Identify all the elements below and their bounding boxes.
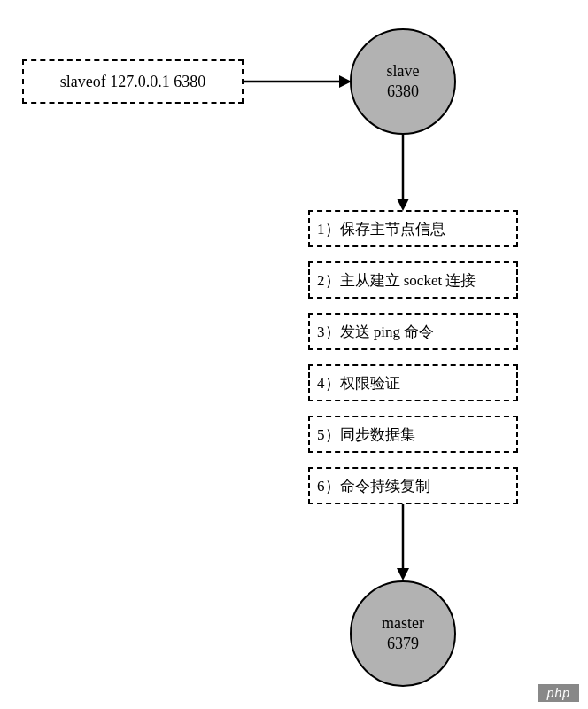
step-text-2: 主从建立 socket 连接 — [340, 270, 476, 291]
arrow-command-to-slave — [244, 71, 354, 97]
step-text-4: 权限验证 — [340, 373, 400, 393]
step-box-2: 2） 主从建立 socket 连接 — [308, 261, 518, 299]
step-num-3: 3） — [317, 322, 340, 342]
step-text-5: 同步数据集 — [340, 425, 415, 445]
step-box-3: 3） 发送 ping 命令 — [308, 313, 518, 350]
svg-marker-3 — [397, 199, 409, 211]
master-node: master 6379 — [350, 580, 456, 687]
slave-port: 6380 — [387, 82, 419, 102]
command-text: slaveof 127.0.0.1 6380 — [60, 73, 205, 91]
step-text-3: 发送 ping 命令 — [340, 322, 435, 342]
command-box: slaveof 127.0.0.1 6380 — [22, 59, 244, 104]
step-num-1: 1） — [317, 219, 340, 239]
step-num-6: 6） — [317, 476, 340, 496]
master-port: 6379 — [387, 634, 419, 654]
arrow-slave-to-steps — [394, 135, 421, 214]
step-num-2: 2） — [317, 270, 340, 291]
step-text-6: 命令持续复制 — [340, 476, 430, 496]
master-label: master — [382, 613, 424, 634]
step-box-6: 6） 命令持续复制 — [308, 467, 518, 504]
watermark: php — [538, 684, 579, 702]
step-num-5: 5） — [317, 425, 340, 445]
slave-node: slave 6380 — [350, 28, 456, 135]
step-box-5: 5） 同步数据集 — [308, 416, 518, 453]
slave-label: slave — [387, 61, 420, 82]
step-box-4: 4） 权限验证 — [308, 364, 518, 401]
arrow-steps-to-master — [394, 504, 421, 584]
step-box-1: 1） 保存主节点信息 — [308, 210, 518, 247]
step-num-4: 4） — [317, 373, 340, 393]
watermark-text: php — [547, 686, 570, 700]
step-text-1: 保存主节点信息 — [340, 219, 445, 239]
svg-marker-5 — [397, 568, 409, 580]
